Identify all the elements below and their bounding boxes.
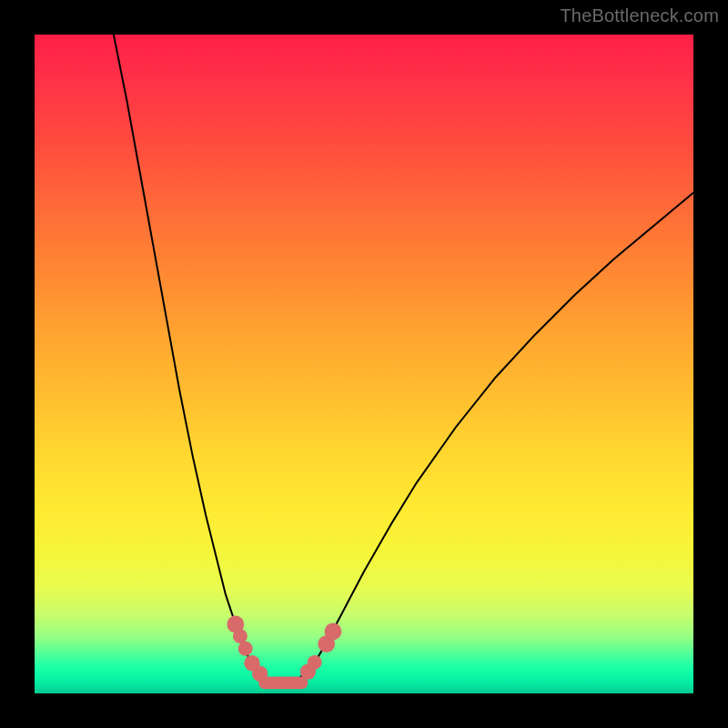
bottleneck-curve (114, 35, 693, 684)
curve-marker (308, 655, 322, 670)
curve-marker (252, 666, 268, 682)
curve-markers (227, 616, 341, 690)
plot-area (35, 35, 693, 693)
chart-frame: TheBottleneck.com (0, 0, 728, 728)
chart-svg (35, 35, 693, 693)
curve-marker (233, 629, 248, 643)
curve-marker (325, 623, 342, 641)
curve-marker (238, 642, 253, 656)
watermark-label: TheBottleneck.com (560, 5, 719, 26)
